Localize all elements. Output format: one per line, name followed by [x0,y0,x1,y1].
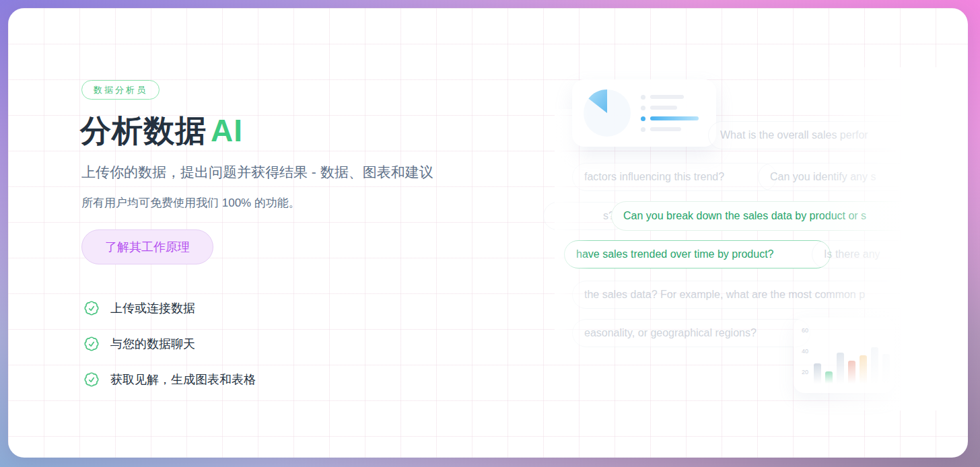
mini-bar-chart-bars [814,326,890,384]
suggestion-bubble: factors influencing this trend? [572,163,777,191]
y-tick: 40 [802,348,808,355]
feature-list: 上传或连接数据 与您的数据聊天 获取见解，生成图表和表格 [83,299,256,388]
mini-bar [848,361,855,384]
hero-subtitle: 上传你的数据，提出问题并获得结果 - 数据、图表和建议 [81,163,433,182]
feature-label: 上传或连接数据 [110,300,195,316]
feature-item-upload: 上传或连接数据 [83,299,256,317]
legend-row [641,106,707,110]
pie-chart-card [572,79,716,147]
legend-row [641,127,707,132]
suggestion-bubble: easonality, or geographical regions? [572,319,810,347]
suggestion-bubble: Is there any [812,240,937,268]
feature-label: 与您的数据聊天 [110,336,195,352]
page-title-text: 分析数据 [80,113,207,148]
mini-bar-chart-yaxis: 60 40 20 [802,326,808,375]
mini-bar [860,355,867,384]
y-tick: 20 [802,369,808,375]
y-tick: 60 [802,327,808,334]
feature-label: 获取见解，生成图表和表格 [110,371,256,388]
role-badge: 数据分析员 [81,80,160,100]
suggestion-bubble: Can you identify any s [758,163,928,191]
learn-how-button[interactable]: 了解其工作原理 [81,229,213,264]
suggestion-bubble: the sales data? For example, what are th… [572,281,928,309]
suggestion-bubble-highlighted: have sales trended over time by product? [564,240,831,268]
pie-chart-icon [582,87,633,139]
pie-legend [641,95,707,132]
mini-bar [825,371,833,384]
suggestion-bubble: What is the overall sales perfor [708,121,928,149]
mini-bar [837,353,844,384]
legend-row [641,95,707,100]
mini-bar [814,363,821,384]
mini-bar-chart-card: 60 40 20 [794,318,895,393]
check-badge-icon [83,371,100,388]
feature-item-insights: 获取见解，生成图表和表格 [83,371,256,388]
page-background: 数据分析员 分析数据AI 上传你的数据，提出问题并获得结果 - 数据、图表和建议… [0,0,980,467]
mini-bar [882,354,890,384]
suggestion-bubble-highlighted: Can you break down the sales data by pro… [611,201,928,231]
legend-row-active [641,116,707,121]
hero-card: 数据分析员 分析数据AI 上传你的数据，提出问题并获得结果 - 数据、图表和建议… [8,8,968,458]
check-badge-icon [83,299,100,317]
hero-note: 所有用户均可免费使用我们 100% 的功能。 [81,195,300,211]
check-badge-icon [83,335,100,353]
feature-item-chat: 与您的数据聊天 [83,335,256,353]
page-title-accent: AI [211,113,243,148]
mini-bar [871,347,878,384]
page-title: 分析数据AI [80,110,243,152]
